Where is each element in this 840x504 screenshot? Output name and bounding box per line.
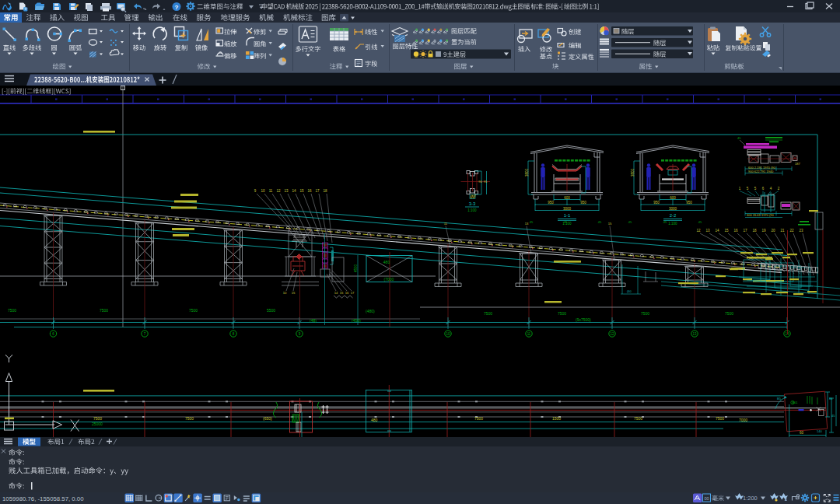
svg-text:12: 12 — [610, 332, 614, 336]
svg-text:10: 10 — [283, 291, 287, 295]
svg-text:600 2.191 1970 (90: 600 2.191 1970 (90 — [748, 166, 775, 170]
svg-text:14: 14 — [715, 229, 719, 233]
svg-text:90: 90 — [478, 180, 482, 184]
svg-text:16: 16 — [307, 189, 312, 193]
svg-text:45: 45 — [698, 220, 702, 224]
svg-text:1059980.76, -155058.57, 0.00: 1059980.76, -155058.57, 0.00 — [2, 495, 84, 502]
svg-text:(480): (480) — [366, 309, 375, 313]
svg-text:1500: 1500 — [552, 416, 561, 421]
svg-text:950: 950 — [686, 201, 692, 205]
svg-text:7500: 7500 — [100, 308, 108, 313]
svg-text:(48): (48) — [310, 318, 317, 323]
svg-text:12: 12 — [276, 189, 281, 193]
svg-text:17: 17 — [315, 189, 320, 193]
svg-text:12: 12 — [696, 229, 701, 233]
svg-text:86: 86 — [829, 397, 833, 401]
svg-text:600: 600 — [564, 196, 570, 200]
svg-text:21: 21 — [780, 229, 785, 233]
svg-text:45: 45 — [628, 220, 632, 224]
svg-text:(650): (650) — [263, 416, 272, 421]
svg-text:16: 16 — [733, 229, 738, 233]
svg-text:14: 14 — [292, 189, 296, 193]
svg-text:+: + — [24, 6, 27, 12]
svg-text:13: 13 — [705, 229, 710, 233]
svg-text:22: 22 — [789, 229, 794, 233]
svg-text:15: 15 — [299, 189, 304, 193]
svg-text:7500: 7500 — [484, 311, 492, 316]
svg-text:1:200: 1:200 — [743, 495, 758, 502]
svg-text:480: 480 — [383, 260, 390, 264]
svg-text:7500: 7500 — [558, 311, 566, 316]
svg-text:950: 950 — [580, 201, 586, 205]
svg-text:11: 11 — [444, 222, 448, 226]
svg-text:95: 95 — [484, 180, 488, 184]
svg-text:7500: 7500 — [474, 416, 483, 421]
svg-text:7500: 7500 — [716, 416, 724, 421]
svg-text:2-2: 2-2 — [670, 213, 677, 218]
svg-text:1:100: 1:100 — [467, 208, 477, 212]
svg-text:600: 600 — [670, 196, 676, 200]
svg-text:45: 45 — [530, 220, 534, 224]
svg-text:18: 18 — [752, 229, 757, 233]
svg-text:16: 16 — [345, 291, 349, 295]
svg-text:17: 17 — [743, 229, 747, 233]
svg-text:3000: 3000 — [669, 207, 677, 211]
svg-text:17: 17 — [351, 291, 355, 295]
svg-text:15: 15 — [724, 229, 729, 233]
svg-text:45: 45 — [598, 220, 602, 224]
svg-text:13: 13 — [525, 222, 529, 226]
svg-text:15: 15 — [340, 291, 344, 295]
svg-text:13: 13 — [692, 332, 697, 336]
svg-text:3000: 3000 — [563, 207, 572, 211]
svg-text:187: 187 — [795, 162, 800, 166]
svg-text:14: 14 — [334, 291, 338, 295]
svg-text:(450): (450) — [352, 318, 361, 323]
svg-text:950: 950 — [653, 201, 660, 205]
svg-text:1-1: 1-1 — [564, 213, 571, 218]
svg-text:7500: 7500 — [8, 308, 16, 313]
svg-text:13: 13 — [284, 189, 289, 193]
svg-text:3-3: 3-3 — [469, 201, 476, 206]
svg-text:?: ? — [175, 4, 179, 11]
svg-text:(60: (60 — [627, 289, 632, 293]
svg-text:7500: 7500 — [189, 308, 198, 313]
svg-text:10: 10 — [446, 332, 450, 336]
svg-text:19: 19 — [761, 229, 766, 233]
svg-text:7500: 7500 — [641, 311, 649, 316]
svg-text:600 26.61 1970 (90: 600 26.61 1970 (90 — [747, 213, 774, 217]
svg-text:B5: B5 — [777, 397, 782, 401]
svg-text:140: 140 — [817, 429, 822, 433]
svg-text:(9x7500): (9x7500) — [576, 317, 591, 322]
svg-text:60: 60 — [800, 431, 804, 435]
svg-text:10: 10 — [261, 189, 265, 193]
svg-text:950: 950 — [548, 201, 554, 205]
svg-text:23: 23 — [799, 229, 803, 233]
svg-text:5500: 5500 — [267, 308, 275, 313]
svg-text:4500: 4500 — [354, 264, 358, 272]
svg-text:20: 20 — [771, 229, 775, 233]
svg-text:18: 18 — [323, 189, 327, 193]
svg-text:900 622.791 1940: 900 622.791 1940 — [748, 170, 774, 173]
svg-text:7500: 7500 — [93, 416, 102, 421]
svg-text:25000: 25000 — [92, 422, 103, 426]
svg-text:11: 11 — [269, 189, 273, 193]
svg-text:3800: 3800 — [631, 168, 635, 177]
svg-text:(7000: (7000 — [384, 277, 394, 282]
svg-text:11: 11 — [527, 332, 531, 336]
svg-text:7000: 7000 — [739, 418, 747, 422]
svg-text:7500: 7500 — [185, 416, 194, 421]
svg-text:45: 45 — [663, 220, 667, 224]
svg-text:B01: B01 — [792, 401, 798, 404]
svg-text:15: 15 — [608, 222, 612, 226]
svg-text:7500: 7500 — [725, 311, 733, 316]
svg-text:15: 15 — [292, 291, 296, 295]
svg-text:480: 480 — [371, 418, 378, 422]
svg-text:00: 00 — [704, 496, 709, 501]
svg-text:45: 45 — [831, 414, 835, 418]
svg-text:3800: 3800 — [525, 168, 529, 177]
svg-text:7500: 7500 — [634, 416, 642, 421]
svg-text:45: 45 — [564, 220, 568, 224]
svg-text:45: 45 — [737, 136, 741, 140]
svg-text:1:100: 1:100 — [668, 222, 677, 226]
